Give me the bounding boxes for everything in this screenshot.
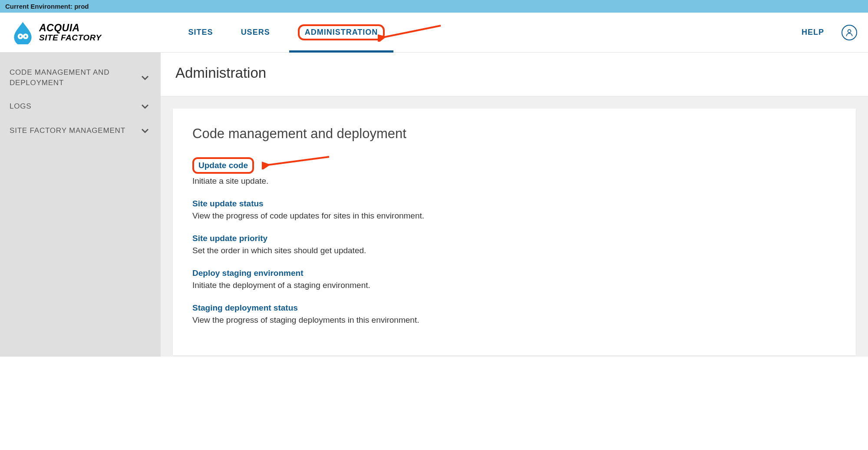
sidebar-item-site-factory-management[interactable]: SITE FACTORY MANAGEMENT [0, 119, 161, 143]
svg-point-6 [848, 30, 851, 33]
sidebar: CODE MANAGEMENT AND DEPLOYMENT LOGS SITE… [0, 53, 161, 357]
nav-users[interactable]: USERS [232, 13, 279, 52]
content-card: Code management and deployment Update co… [173, 109, 856, 355]
user-icon [845, 28, 854, 37]
option-desc: Set the order in which sites should get … [192, 246, 836, 255]
acquia-droplet-icon [11, 20, 35, 44]
body: CODE MANAGEMENT AND DEPLOYMENT LOGS SITE… [0, 53, 868, 357]
page-title: Administration [161, 53, 868, 96]
nav-help[interactable]: HELP [802, 28, 824, 37]
option-title-staging-deployment-status[interactable]: Staging deployment status [192, 303, 298, 313]
option-title-site-update-priority[interactable]: Site update priority [192, 234, 267, 243]
sidebar-item-label: CODE MANAGEMENT AND DEPLOYMENT [10, 67, 131, 88]
svg-line-7 [267, 157, 329, 165]
annotation-arrow-update-code [262, 154, 331, 169]
primary-nav: SITES USERS ADMINISTRATION [180, 13, 394, 52]
nav-administration[interactable]: ADMINISTRATION [289, 13, 394, 52]
highlight-administration: ADMINISTRATION [298, 24, 385, 40]
sidebar-item-code-management[interactable]: CODE MANAGEMENT AND DEPLOYMENT [0, 61, 161, 94]
logo[interactable]: ACQUIA SITE FACTORY [11, 20, 102, 44]
environment-bar: Current Environment: prod [0, 0, 868, 13]
logo-brand: ACQUIA [39, 23, 102, 33]
sidebar-item-label: LOGS [10, 101, 31, 112]
chevron-down-icon [139, 72, 151, 84]
option-desc: Initiate the deployment of a staging env… [192, 281, 836, 290]
option-desc: View the progress of staging deployments… [192, 315, 836, 325]
svg-point-2 [20, 36, 21, 37]
option-title-site-update-status[interactable]: Site update status [192, 199, 264, 208]
logo-product: SITE FACTORY [39, 33, 102, 42]
header-right: HELP [802, 25, 857, 40]
sidebar-item-logs[interactable]: LOGS [0, 94, 161, 119]
option-title-deploy-staging[interactable]: Deploy staging environment [192, 268, 303, 278]
section-heading: Code management and deployment [192, 126, 836, 142]
option-desc: View the progress of code updates for si… [192, 211, 836, 221]
nav-sites[interactable]: SITES [180, 13, 222, 52]
header: ACQUIA SITE FACTORY SITES USERS ADMINIST… [0, 13, 868, 53]
option-desc: Initiate a site update. [192, 176, 836, 186]
user-menu-button[interactable] [842, 25, 857, 40]
chevron-down-icon [139, 125, 151, 137]
option-staging-deployment-status: Staging deployment status View the progr… [192, 303, 836, 325]
option-title-update-code[interactable]: Update code [192, 157, 254, 174]
logo-text: ACQUIA SITE FACTORY [39, 23, 102, 42]
sidebar-item-label: SITE FACTORY MANAGEMENT [10, 126, 125, 136]
svg-point-3 [25, 36, 26, 37]
svg-rect-4 [22, 36, 24, 37]
option-site-update-priority: Site update priority Set the order in wh… [192, 234, 836, 255]
option-site-update-status: Site update status View the progress of … [192, 199, 836, 221]
option-update-code: Update code Initiate a site update. [192, 157, 836, 186]
option-deploy-staging: Deploy staging environment Initiate the … [192, 268, 836, 290]
main: Administration Code management and deplo… [161, 53, 868, 357]
chevron-down-icon [139, 100, 151, 112]
